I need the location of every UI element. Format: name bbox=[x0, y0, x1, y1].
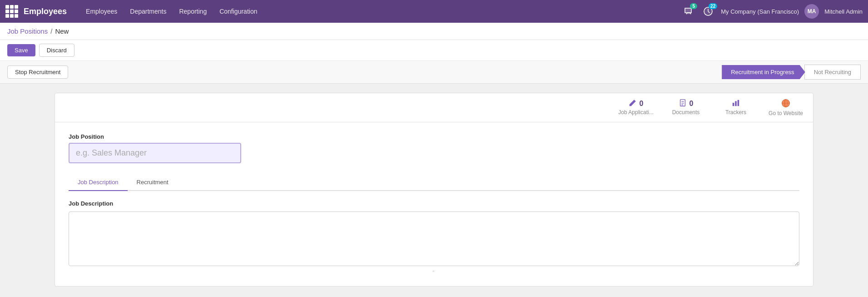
job-applications-label: Job Applicati... bbox=[618, 109, 653, 116]
smart-buttons-row: 0 Job Applicati... 0 bbox=[55, 93, 813, 122]
status-not-recruiting[interactable]: Not Recruiting bbox=[804, 65, 861, 80]
svg-rect-2 bbox=[733, 103, 734, 106]
company-name[interactable]: My Company (San Francisco) bbox=[721, 8, 799, 15]
user-initials: MA bbox=[808, 8, 816, 15]
navbar-menu: Employees Departments Reporting Configur… bbox=[79, 0, 677, 23]
chat-badge: 5 bbox=[690, 3, 697, 9]
status-pipeline: Recruitment in Progress Not Recruiting bbox=[722, 65, 861, 80]
form-wrapper: 0 Job Applicati... 0 bbox=[0, 84, 868, 296]
user-name[interactable]: Mitchell Admin bbox=[824, 8, 863, 15]
smart-btn-job-applications[interactable]: 0 Job Applicati... bbox=[618, 99, 654, 116]
smart-btn-trackers[interactable]: Trackers bbox=[718, 99, 754, 116]
job-description-textarea[interactable] bbox=[69, 211, 799, 266]
clock-button[interactable]: 22 bbox=[701, 4, 715, 19]
status-bar: Stop Recruitment Recruitment in Progress… bbox=[0, 61, 868, 84]
bar-chart-icon bbox=[732, 99, 740, 108]
action-bar: Save Discard bbox=[0, 40, 868, 61]
job-position-input[interactable] bbox=[69, 143, 241, 163]
app-grid-icon[interactable] bbox=[5, 5, 18, 18]
chat-button[interactable]: 5 bbox=[681, 4, 695, 19]
job-description-section-label: Job Description bbox=[69, 200, 799, 207]
user-avatar[interactable]: MA bbox=[804, 4, 819, 19]
smart-btn-go-to-website[interactable]: Go to Website bbox=[768, 99, 804, 116]
svg-rect-4 bbox=[738, 100, 739, 106]
status-recruitment-in-progress[interactable]: Recruitment in Progress bbox=[722, 65, 805, 79]
tab-content-job-description: Job Description ≡ bbox=[69, 191, 799, 275]
menu-item-reporting[interactable]: Reporting bbox=[173, 0, 213, 23]
page: Job Positions / New Save Discard Stop Re… bbox=[0, 23, 868, 297]
trackers-label: Trackers bbox=[725, 109, 746, 116]
form-card: 0 Job Applicati... 0 bbox=[55, 93, 813, 287]
menu-item-configuration[interactable]: Configuration bbox=[213, 0, 263, 23]
globe-icon bbox=[781, 99, 790, 109]
navbar-brand[interactable]: Employees bbox=[24, 7, 67, 16]
discard-button[interactable]: Discard bbox=[39, 44, 74, 57]
job-position-label: Job Position bbox=[69, 133, 799, 140]
tabs: Job Description Recruitment bbox=[69, 174, 799, 191]
resize-handle-dots: ≡ bbox=[432, 269, 436, 273]
breadcrumb-separator: / bbox=[50, 27, 52, 35]
svg-rect-3 bbox=[735, 101, 737, 106]
tab-job-description[interactable]: Job Description bbox=[69, 174, 128, 191]
smart-btn-documents[interactable]: 0 Documents bbox=[668, 99, 704, 116]
document-icon bbox=[679, 99, 687, 108]
menu-item-employees[interactable]: Employees bbox=[79, 0, 124, 23]
breadcrumb-current: New bbox=[55, 27, 69, 35]
resize-handle[interactable]: ≡ bbox=[69, 267, 799, 275]
clock-badge: 22 bbox=[709, 3, 717, 9]
tab-recruitment[interactable]: Recruitment bbox=[128, 174, 178, 191]
navbar: Employees Employees Departments Reportin… bbox=[0, 0, 868, 23]
go-to-website-label: Go to Website bbox=[769, 110, 803, 116]
breadcrumb-parent[interactable]: Job Positions bbox=[7, 27, 48, 35]
form-body: Job Position Job Description Recruitment… bbox=[55, 122, 813, 286]
breadcrumb: Job Positions / New bbox=[0, 23, 868, 40]
menu-item-departments[interactable]: Departments bbox=[124, 0, 173, 23]
save-button[interactable]: Save bbox=[7, 44, 35, 56]
job-applications-count: 0 bbox=[640, 100, 644, 108]
pencil-icon bbox=[629, 99, 637, 108]
documents-label: Documents bbox=[672, 109, 700, 116]
stop-recruitment-button[interactable]: Stop Recruitment bbox=[7, 65, 68, 79]
documents-count: 0 bbox=[689, 100, 694, 108]
navbar-right: 5 22 My Company (San Francisco) MA Mitch… bbox=[681, 4, 863, 19]
